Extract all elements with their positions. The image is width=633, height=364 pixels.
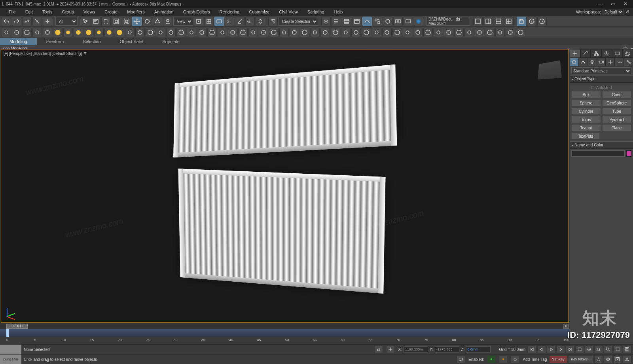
particle-icon[interactable] bbox=[125, 28, 135, 37]
menu-edit[interactable]: Edit bbox=[21, 8, 38, 16]
undo-button[interactable] bbox=[2, 17, 11, 26]
balls-icon[interactable] bbox=[207, 28, 217, 37]
zoom-extents-all-button[interactable] bbox=[623, 345, 631, 353]
object-radiator-bottom[interactable] bbox=[178, 169, 386, 294]
render-frame-button[interactable] bbox=[404, 17, 413, 26]
primitives-category-dropdown[interactable]: Standard Primitives bbox=[571, 67, 631, 74]
primitive-teapot-button[interactable]: Teapot bbox=[571, 124, 601, 131]
edit-named-selection-button[interactable] bbox=[268, 17, 278, 26]
select-and-rotate-button[interactable] bbox=[142, 17, 152, 26]
layer-icon[interactable] bbox=[238, 28, 248, 37]
ref-coord-dropdown[interactable]: View bbox=[173, 17, 193, 26]
note2-icon[interactable] bbox=[444, 28, 453, 37]
schematic-view-button[interactable] bbox=[373, 17, 382, 26]
help2-icon[interactable] bbox=[454, 28, 464, 37]
named-selection-dropdown[interactable]: Create Selection Set bbox=[279, 17, 318, 26]
cmd-tab-create[interactable] bbox=[570, 49, 580, 58]
yinyang-icon[interactable] bbox=[259, 28, 268, 37]
percent-snap-button[interactable]: % bbox=[245, 17, 255, 26]
cmd-sub-systems[interactable] bbox=[624, 58, 633, 66]
primitive-textplus-button[interactable]: TextPlus bbox=[571, 133, 600, 140]
rollout-object-type[interactable]: Object Type bbox=[570, 75, 633, 83]
vp-layout-2-button[interactable] bbox=[483, 17, 493, 26]
cmd-tab-motion[interactable] bbox=[601, 49, 612, 58]
layer-explorer-button[interactable] bbox=[342, 17, 351, 26]
vp-layout-4-button[interactable] bbox=[504, 17, 514, 26]
menu-views[interactable]: Views bbox=[79, 8, 100, 16]
select-region-cross-button[interactable] bbox=[122, 17, 131, 26]
render-button[interactable] bbox=[414, 17, 423, 26]
angle-snap-button[interactable] bbox=[235, 17, 244, 26]
panel4-icon[interactable] bbox=[413, 28, 423, 37]
coord-x-field[interactable]: 1168.335m bbox=[404, 346, 428, 353]
ribbon-tab-selection[interactable]: Selection bbox=[73, 38, 110, 45]
menu-file[interactable]: File bbox=[4, 8, 21, 16]
menu-graph-editors[interactable]: Graph Editors bbox=[178, 8, 215, 16]
sphere-icon[interactable] bbox=[197, 28, 207, 37]
sel2-icon[interactable] bbox=[516, 28, 525, 37]
ribbon-tab-freeform[interactable]: Freeform bbox=[37, 38, 74, 45]
measure-icon[interactable] bbox=[331, 28, 340, 37]
menu-civil-view[interactable]: Civil View bbox=[274, 8, 302, 16]
primitive-cone-button[interactable]: Cone bbox=[602, 91, 632, 98]
pan-button[interactable] bbox=[594, 355, 603, 363]
spot-light-icon[interactable] bbox=[94, 28, 104, 37]
omni-light-icon[interactable] bbox=[104, 28, 114, 37]
grid2-icon[interactable] bbox=[475, 28, 484, 37]
window-minimize-button[interactable]: ― bbox=[594, 1, 606, 7]
sel1-icon[interactable] bbox=[506, 28, 515, 37]
clock-icon[interactable] bbox=[341, 28, 351, 37]
object-radiator-top[interactable] bbox=[173, 64, 397, 157]
ribbon-tab-populate[interactable]: Populate bbox=[153, 38, 189, 45]
add-time-tag-button[interactable] bbox=[511, 355, 519, 363]
mirror-button[interactable] bbox=[321, 17, 331, 26]
panel1-icon[interactable] bbox=[382, 28, 392, 37]
menu-rendering[interactable]: Rendering bbox=[215, 8, 244, 16]
coord-y-field[interactable]: -1273.363 bbox=[435, 346, 459, 353]
select-manipulate-button[interactable] bbox=[204, 17, 214, 26]
menu-group[interactable]: Group bbox=[57, 8, 79, 16]
maximize-viewport-button[interactable] bbox=[613, 355, 622, 363]
menu-tools[interactable]: Tools bbox=[38, 8, 57, 16]
free-light-icon[interactable] bbox=[63, 28, 73, 37]
align-button[interactable] bbox=[332, 17, 341, 26]
note-icon[interactable] bbox=[248, 28, 258, 37]
select-region-rect-button[interactable] bbox=[101, 17, 111, 26]
primitive-box-button[interactable]: Box bbox=[571, 91, 601, 98]
time-slider-end-button[interactable]: > bbox=[563, 324, 569, 329]
copy-icon[interactable] bbox=[12, 28, 21, 37]
absolute-transform-button[interactable] bbox=[386, 345, 395, 353]
primitive-pyramid-button[interactable]: Pyramid bbox=[602, 116, 632, 123]
coord-z-field[interactable]: 0.0mm bbox=[466, 346, 491, 353]
panel2-icon[interactable] bbox=[392, 28, 402, 37]
use-pivot-button[interactable] bbox=[194, 17, 203, 26]
primitive-torus-button[interactable]: Torus bbox=[571, 116, 601, 123]
menu-scripting[interactable]: Scripting bbox=[303, 8, 329, 16]
material-editor-button[interactable] bbox=[383, 17, 392, 26]
save-button[interactable] bbox=[517, 17, 526, 26]
primitive-tube-button[interactable]: Tube bbox=[602, 108, 632, 115]
incremental-save-button[interactable]: 15 bbox=[527, 17, 536, 26]
track-bar[interactable] bbox=[0, 329, 570, 337]
cube-icon[interactable] bbox=[32, 28, 42, 37]
menu-modifiers[interactable]: Modifiers bbox=[122, 8, 150, 16]
cmd-tab-modify[interactable] bbox=[580, 49, 591, 58]
sunlight-icon[interactable] bbox=[115, 28, 124, 37]
next-frame-button[interactable] bbox=[556, 345, 565, 353]
menu-animation[interactable]: Animation bbox=[150, 8, 178, 16]
snap2-icon[interactable] bbox=[485, 28, 495, 37]
window-maximize-button[interactable]: ▭ bbox=[607, 1, 619, 7]
time-slider[interactable]: 0 / 100 > bbox=[0, 323, 570, 329]
ribbon-tab-modeling[interactable]: Modeling bbox=[0, 38, 37, 45]
menu-create[interactable]: Create bbox=[100, 8, 122, 16]
comm-center-icon[interactable] bbox=[457, 355, 465, 363]
select-by-name-button[interactable] bbox=[91, 17, 100, 26]
torus-light-icon[interactable] bbox=[84, 28, 93, 37]
sheet-icon[interactable] bbox=[320, 28, 330, 37]
forces-icon[interactable] bbox=[156, 28, 165, 37]
primitive-sphere-button[interactable]: Sphere bbox=[571, 99, 601, 106]
time-config-button[interactable] bbox=[585, 345, 593, 353]
zoom-all-button[interactable] bbox=[604, 345, 612, 353]
sphere-light-icon[interactable] bbox=[74, 28, 83, 37]
workspace-reset-icon[interactable]: ↺ bbox=[625, 9, 629, 15]
